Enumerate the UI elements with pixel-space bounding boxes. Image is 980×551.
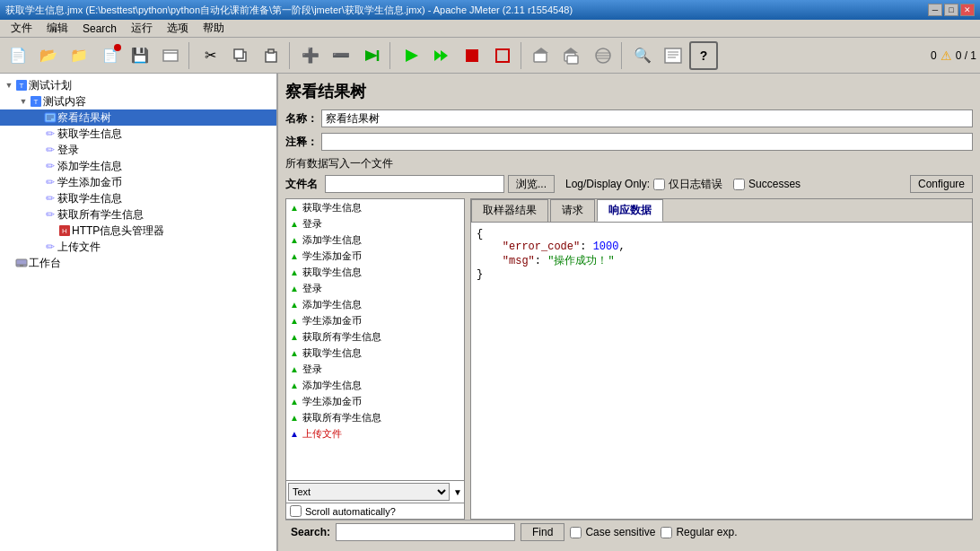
tree-label-add-coins: 学生添加金币 — [57, 175, 122, 190]
error-only-checkbox[interactable] — [653, 179, 665, 190]
json-line-1: "error_code": 1000, — [477, 241, 626, 253]
result-item-15[interactable]: ▲ 上传文件 — [286, 425, 464, 442]
result-item-4[interactable]: ▲ 学生添加金币 — [286, 248, 464, 264]
scroll-check-bar: Scroll automatically? — [286, 503, 464, 519]
svg-marker-9 — [434, 50, 442, 61]
type-select[interactable]: Text — [288, 483, 450, 501]
right-panel: 察看结果树 名称： 注释： 所有数据写入一个文件 文件名 浏览... Log/D… — [278, 74, 980, 551]
result-item-9[interactable]: ▲ 获取所有学生信息 — [286, 328, 464, 345]
expand-icon-test-content: ▼ — [18, 96, 29, 107]
tree-node-login[interactable]: ✏ 登录 — [0, 142, 276, 158]
result-icon-12: ▲ — [290, 380, 299, 390]
tree-icon-add-coins: ✏ — [43, 175, 57, 189]
tab-response-data[interactable]: 响应数据 — [597, 199, 663, 222]
search-label: Search: — [291, 526, 330, 538]
start-button[interactable] — [397, 41, 425, 70]
file-name-input[interactable] — [325, 175, 504, 193]
menu-run[interactable]: 运行 — [124, 19, 160, 38]
menu-file[interactable]: 文件 — [4, 19, 39, 38]
help-button[interactable]: ? — [689, 41, 718, 70]
json-close-brace: } — [477, 268, 483, 281]
result-label-4: 学生添加金币 — [302, 249, 362, 263]
save-template-button[interactable]: 📄 — [95, 41, 124, 70]
remote-start-button[interactable] — [357, 41, 386, 70]
tree-node-get-all[interactable]: ✏ 获取所有学生信息 — [0, 206, 276, 223]
tree-node-view-results[interactable]: 察看结果树 — [0, 109, 276, 126]
expand-icon-get-info — [32, 128, 43, 139]
result-item-1[interactable]: ▲ 获取学生信息 — [286, 199, 464, 215]
tree-label-add-student: 添加学生信息 — [57, 159, 122, 174]
browse-button[interactable]: 浏览... — [508, 175, 555, 193]
case-sensitive-checkbox[interactable] — [570, 527, 582, 538]
paste-button[interactable] — [257, 41, 285, 70]
save-button[interactable]: 💾 — [126, 41, 154, 70]
search-input[interactable] — [336, 523, 515, 541]
result-item-14[interactable]: ▲ 获取所有学生信息 — [286, 409, 464, 425]
tree-node-add-coins[interactable]: ✏ 学生添加金币 — [0, 174, 276, 190]
revert-button[interactable] — [156, 41, 185, 70]
result-item-10[interactable]: ▲ 获取学生信息 — [286, 345, 464, 361]
tree-node-workbench[interactable]: 工作台 — [0, 255, 276, 271]
search-bar: Search: Find Case sensitive Regular exp. — [285, 520, 973, 544]
tab-request[interactable]: 请求 — [550, 199, 595, 222]
result-item-7[interactable]: ▲ 添加学生信息 — [286, 296, 464, 312]
open-button[interactable]: 📂 — [34, 41, 63, 70]
tree-node-add-student[interactable]: ✏ 添加学生信息 — [0, 158, 276, 174]
result-item-2[interactable]: ▲ 登录 — [286, 215, 464, 232]
error-only-label: 仅日志错误 — [669, 177, 722, 192]
tree-node-test-content[interactable]: ▼ T 测试内容 — [0, 93, 276, 109]
result-item-11[interactable]: ▲ 登录 — [286, 361, 464, 377]
result-item-6[interactable]: ▲ 登录 — [286, 280, 464, 296]
result-label-7: 添加学生信息 — [302, 298, 362, 311]
svg-rect-38 — [20, 265, 23, 267]
result-item-5[interactable]: ▲ 获取学生信息 — [286, 264, 464, 280]
clear-button[interactable] — [528, 41, 556, 70]
scroll-auto-checkbox[interactable] — [290, 505, 302, 517]
toolbar-separator-3 — [389, 42, 393, 69]
tree-node-upload[interactable]: ✏ 上传文件 — [0, 239, 276, 255]
maximize-button[interactable]: □ — [944, 4, 958, 16]
copy-button[interactable] — [226, 41, 255, 70]
clear-all-button[interactable] — [558, 41, 587, 70]
tree-node-get-info[interactable]: ✏ 获取学生信息 — [0, 126, 276, 142]
stop-button[interactable] — [458, 41, 486, 70]
note-input[interactable] — [321, 133, 973, 151]
search-toolbar-button[interactable]: 🔍 — [628, 41, 657, 70]
new-button[interactable]: 📄 — [4, 41, 32, 70]
configure-button[interactable]: Configure — [910, 175, 973, 193]
menu-search[interactable]: Search — [75, 21, 124, 37]
tree-node-get-info2[interactable]: ✏ 获取学生信息 — [0, 190, 276, 206]
result-count: 0 / 1 — [956, 49, 976, 62]
result-item-12[interactable]: ▲ 添加学生信息 — [286, 377, 464, 393]
result-item-3[interactable]: ▲ 添加学生信息 — [286, 232, 464, 248]
svg-rect-0 — [163, 50, 178, 61]
tree-node-test-plan[interactable]: ▼ T 测试计划 — [0, 77, 276, 93]
tree-label-test-content: 测试内容 — [43, 94, 86, 109]
tree-icon-login: ✏ — [43, 143, 57, 157]
regexp-group: Regular exp. — [661, 526, 737, 538]
collapse-button[interactable]: ➖ — [327, 41, 355, 70]
successes-checkbox[interactable] — [733, 179, 745, 190]
regexp-checkbox[interactable] — [661, 527, 672, 538]
results-container: ▲ 获取学生信息 ▲ 登录 ▲ 添加学生信息 ▲ 学生添加金币 — [285, 198, 973, 520]
name-input[interactable] — [321, 109, 973, 127]
tree-label-workbench: 工作台 — [29, 256, 61, 271]
result-item-8[interactable]: ▲ 学生添加金币 — [286, 312, 464, 328]
result-item-13[interactable]: ▲ 学生添加金币 — [286, 393, 464, 409]
find-button[interactable]: Find — [521, 523, 564, 541]
log-viewer-button[interactable] — [659, 41, 687, 70]
close-button[interactable]: ✕ — [960, 4, 975, 16]
tree-node-http-header[interactable]: H HTTP信息头管理器 — [0, 223, 276, 239]
shutdown-button[interactable] — [488, 41, 517, 70]
menu-help[interactable]: 帮助 — [196, 19, 232, 38]
minimize-button[interactable]: ─ — [928, 4, 942, 16]
start-nopause-button[interactable] — [427, 41, 456, 70]
expand-button[interactable]: ➕ — [296, 41, 325, 70]
menu-edit[interactable]: 编辑 — [39, 19, 75, 38]
tab-sampler-results[interactable]: 取样器结果 — [471, 199, 548, 222]
close-file-button[interactable]: 📁 — [65, 41, 93, 70]
cut-button[interactable]: ✂ — [196, 41, 224, 70]
menu-options[interactable]: 选项 — [160, 19, 196, 38]
remote-stop-button[interactable] — [589, 41, 617, 70]
tree-icon-get-info2: ✏ — [43, 191, 57, 206]
